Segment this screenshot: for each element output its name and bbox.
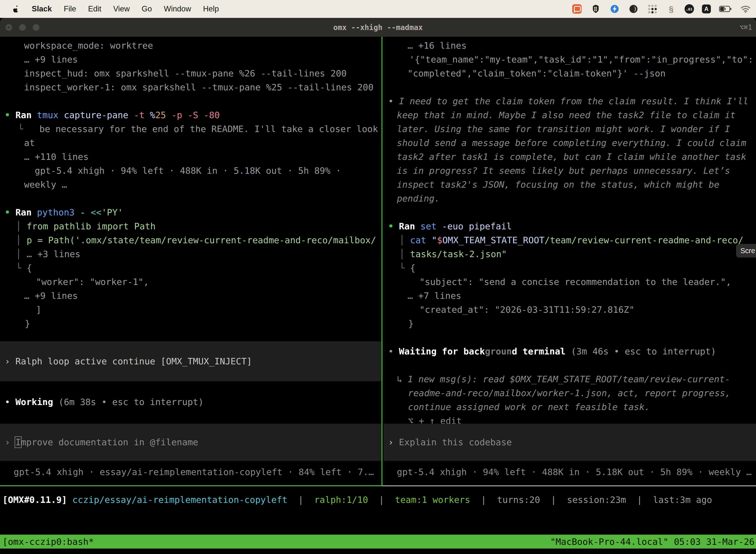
terminal-text-segment: -80 [204, 110, 220, 120]
terminal-text-segment: is in progress? It seems likely but perh… [397, 166, 730, 176]
squiggle-icon[interactable]: § [666, 3, 677, 14]
terminal-window: omx --xhigh --madmax ⌥⌘1 workspace_mode:… [0, 18, 756, 554]
window-titlebar[interactable]: omx --xhigh --madmax ⌥⌘1 [0, 18, 756, 37]
terminal-row: keep that in mind. Maybe I also need the… [383, 108, 756, 122]
terminal-text-segment: $ [437, 235, 442, 245]
grid-dots-icon[interactable] [647, 3, 658, 14]
terminal-row: │ from pathlib import Path [0, 219, 381, 233]
terminal-text-segment: -p [171, 110, 188, 120]
terminal-text-segment: gpt-5.4 xhigh · 94% left · 488K in · 5.1… [397, 467, 752, 477]
terminal-text-segment: › [5, 437, 15, 447]
right-pane-border [382, 486, 756, 486]
terminal-row: › Explain this codebase [383, 435, 756, 449]
terminal-row: • I need to get the claim token from the… [383, 94, 756, 108]
close-button[interactable] [5, 24, 12, 31]
terminal-text-segment: last:3m ago [653, 495, 712, 505]
terminal-text-segment: | [626, 495, 653, 505]
terminal-row: workspace_mode: worktree [0, 39, 381, 53]
terminal-text-segment: task2 after task1 is complete, but can I… [397, 152, 746, 162]
terminal-text-segment: Ran [399, 221, 421, 231]
terminal-row: gpt-5.4 xhigh · 94% left · 488K in · 5.1… [0, 164, 381, 178]
battery-icon[interactable] [719, 3, 732, 14]
terminal-text-segment: 25 [155, 110, 171, 120]
terminal-row: at [0, 136, 381, 150]
terminal-text-segment: … +16 lines [407, 41, 466, 51]
terminal-text-segment: Ralph loop active continue [OMX_TMUX_INJ… [15, 356, 252, 366]
keyboard-layout-icon[interactable]: A [702, 4, 711, 13]
terminal-text-segment: gpt-5.4 xhigh · essay/ai-reimplementatio… [14, 467, 374, 477]
terminal-text-segment: › [388, 437, 399, 447]
zoom-button[interactable] [33, 24, 40, 31]
terminal-text-segment: tmux [37, 110, 64, 120]
terminal-text-segment: set [421, 221, 442, 231]
wifi-glyph [740, 5, 751, 13]
terminal-text-segment: Ran [15, 110, 37, 120]
terminal-text-segment: | [368, 495, 395, 505]
terminal-text-segment: mprove documentation in @filename [21, 437, 198, 447]
pinwheel-icon[interactable] [609, 3, 620, 14]
terminal-row [383, 358, 756, 372]
menu-item-go[interactable]: Go [142, 4, 152, 13]
terminal-row: "completed","claim_token":"claim-token"}… [383, 66, 756, 80]
apple-icon[interactable] [12, 3, 20, 14]
terminal-text-segment: • [5, 397, 15, 407]
wifi-icon[interactable] [740, 3, 751, 14]
terminal-text-segment: at [24, 138, 35, 148]
terminal-text-segment: "created_at": "2026-03-31T11:59:27.816Z" [420, 304, 634, 315]
terminal-text-segment: [OMX#0.11.9] [2, 495, 67, 505]
terminal-text-segment: │ [16, 221, 26, 231]
terminal-text-segment: capture-pane [64, 110, 134, 120]
left-pane-border [0, 485, 382, 486]
moon-icon[interactable] [628, 3, 639, 14]
pane-divider[interactable] [381, 37, 382, 485]
terminal-text-segment: team:1 workers [395, 495, 470, 505]
terminal-row: gpt-5.4 xhigh · 94% left · 488K in · 5.1… [383, 465, 756, 479]
terminal-text-segment: pending. [397, 193, 440, 204]
minimize-button[interactable] [19, 24, 26, 31]
menu-item-help[interactable]: Help [203, 4, 219, 13]
tmux-session-label: [omx-cczip0:bash* [2, 537, 94, 547]
shield-glyph [591, 4, 600, 14]
terminal-row: └ { [0, 261, 381, 275]
terminal-row: readme-and-reco/mailbox/worker-1.json, a… [383, 386, 756, 400]
terminal-text-segment: … +110 lines [24, 152, 88, 162]
shield-icon[interactable] [590, 3, 601, 14]
terminal-row: … +7 lines [383, 289, 756, 303]
terminal-text-segment: inspect_worker-1: omx sparkshell --tmux-… [24, 82, 374, 92]
terminal-row: } [383, 317, 756, 331]
terminal-text-segment: Waiting for back [399, 346, 485, 356]
usage-badge-icon[interactable]: ..61 [685, 4, 694, 14]
terminal-text-segment: -S [188, 110, 204, 120]
terminal-text-segment: (3m 46s • esc to interrupt) [566, 346, 716, 356]
menu-item-edit[interactable]: Edit [88, 4, 101, 13]
terminal-text-segment: /team/review-current-readme-and-reco/ [545, 235, 743, 245]
terminal-text-segment: -euo pipefail [442, 221, 512, 231]
terminal-text-segment: be necessary for the end of the README. … [23, 124, 378, 134]
terminal-content[interactable]: workspace_mode: worktree… +9 linesinspec… [0, 37, 756, 554]
terminal-text-segment: (6m 38s • esc to interrupt) [53, 397, 204, 407]
menu-item-window[interactable]: Window [164, 4, 191, 13]
terminal-text-segment: ] [36, 304, 42, 315]
terminal-row: … +110 lines [0, 150, 381, 164]
terminal-text-segment: tasks/task-2.json" [410, 249, 507, 259]
terminal-text-segment [67, 495, 72, 505]
prompt-suggestion-improve[interactable]: › Improve documentation in @filename [0, 424, 381, 461]
screen-tooltip: Scre [736, 244, 756, 258]
menu-app-name[interactable]: Slack [32, 4, 52, 13]
terminal-text-segment: cczip/essay/ai-reimplementation-copyleft [72, 495, 288, 505]
terminal-text-segment: │ [399, 249, 410, 259]
menu-item-file[interactable]: File [64, 4, 76, 13]
terminal-row: } [0, 317, 381, 331]
terminal-row: "subject": "send a concise recommendatio… [383, 275, 756, 289]
terminal-row: … +9 lines [0, 289, 381, 303]
chat-app-icon[interactable] [571, 3, 582, 14]
prompt-suggestion-explain[interactable]: › Explain this codebase [383, 424, 756, 461]
terminal-row: "worker": "worker-1", [0, 275, 381, 289]
menu-item-view[interactable]: View [113, 4, 130, 13]
terminal-row: task2 after task1 is complete, but can I… [383, 150, 756, 164]
terminal-row: '{"team_name":"my-team","task_id":"1","f… [383, 53, 756, 66]
terminal-text-segment: Working [15, 397, 53, 407]
terminal-text-segment: inspect task2's JSON, focusing on the st… [397, 179, 719, 189]
screen-tooltip-label: Scre [740, 247, 755, 255]
tmux-host-clock: "MacBook-Pro-44.local" 05:03 31-Mar-26 [550, 537, 755, 547]
